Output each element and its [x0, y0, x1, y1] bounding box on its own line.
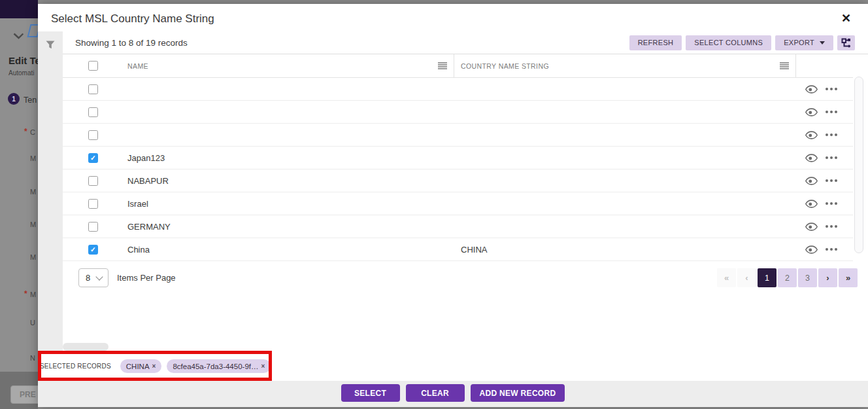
row-actions: [796, 131, 853, 139]
table-row: [63, 101, 853, 124]
page-button-1[interactable]: 1: [758, 268, 776, 287]
select-all-checkbox[interactable]: [88, 61, 98, 71]
select-record-modal: Select MSL Country Name String ✕ Showing…: [38, 4, 868, 407]
first-page-button: «: [717, 268, 736, 287]
last-page-button[interactable]: »: [839, 268, 858, 287]
bg-nav-bar: [0, 0, 38, 18]
country-cell: CHINA: [454, 245, 796, 255]
bg-field-label: *M: [0, 291, 38, 298]
chip-remove-icon[interactable]: ×: [261, 363, 265, 370]
row-actions: [796, 85, 853, 94]
vertical-scrollbar[interactable]: [854, 77, 863, 253]
bg-field-label: M: [0, 253, 38, 261]
view-record-icon[interactable]: [805, 177, 818, 185]
chevron-down-icon: [13, 30, 24, 42]
next-page-button[interactable]: ›: [818, 268, 837, 287]
view-record-icon[interactable]: [805, 154, 818, 162]
view-record-icon[interactable]: [805, 200, 818, 208]
refresh-button[interactable]: REFRESH: [629, 35, 682, 50]
checkbox-cell: [63, 222, 112, 232]
items-per-page-label: Items Per Page: [117, 273, 176, 283]
select-button[interactable]: SELECT: [341, 384, 400, 402]
add-new-record-button[interactable]: ADD NEW RECORD: [471, 384, 565, 402]
name-cell: China: [112, 245, 454, 255]
checkbox-cell: [63, 153, 112, 163]
selected-records-label: SELECTED RECORDS: [40, 363, 111, 370]
bg-page-subtitle: Automati: [8, 69, 34, 77]
table-row: [63, 78, 853, 101]
export-dropdown-icon: [820, 41, 825, 44]
chip-remove-icon[interactable]: ×: [152, 363, 156, 370]
pagination-bar: 8 Items Per Page «‹123›»: [63, 268, 868, 287]
row-menu-icon[interactable]: [826, 248, 828, 251]
items-per-page-select[interactable]: 8: [78, 268, 108, 287]
bg-previous-button[interactable]: PRE: [10, 385, 41, 404]
table-header: NAME COUNTRY NAME STRING: [63, 54, 853, 78]
record-count-text: Showing 1 to 8 of 19 records: [75, 38, 629, 48]
view-record-icon[interactable]: [805, 85, 818, 94]
bg-field-label: M: [0, 154, 38, 162]
hierarchy-icon: [841, 38, 851, 48]
pager: «‹123›»: [717, 268, 858, 287]
selected-record-chip: 8cfea45a-7da3-4450-9f…×: [167, 359, 271, 373]
export-label: EXPORT: [784, 39, 814, 46]
required-asterisk: *: [24, 289, 27, 298]
row-actions: [796, 154, 853, 162]
page-button-3[interactable]: 3: [798, 268, 817, 287]
bg-step-badge: 1: [8, 93, 20, 105]
horizontal-scrollbar[interactable]: [63, 343, 108, 351]
view-record-icon[interactable]: [805, 108, 818, 116]
row-checkbox[interactable]: [88, 153, 98, 163]
view-record-icon[interactable]: [805, 245, 818, 254]
table-row: ChinaCHINA: [63, 238, 853, 261]
required-asterisk: *: [24, 127, 27, 136]
view-record-icon[interactable]: [805, 222, 818, 231]
bg-step-label: Ten: [24, 96, 37, 105]
row-checkbox[interactable]: [88, 84, 98, 94]
row-menu-icon[interactable]: [826, 88, 828, 90]
table-row: NABAPUR: [63, 169, 853, 192]
name-cell: GERMANY: [112, 222, 454, 232]
view-record-icon[interactable]: [805, 131, 818, 139]
checkbox-cell: [63, 84, 112, 94]
screen: Edit Te Automati 1 Ten *CMMMM*MUN PRE Se…: [0, 0, 868, 409]
row-menu-icon[interactable]: [826, 202, 828, 205]
row-menu-icon[interactable]: [826, 156, 828, 159]
row-checkbox[interactable]: [88, 199, 98, 209]
row-checkbox[interactable]: [88, 176, 98, 186]
row-actions: [796, 108, 853, 116]
name-cell: Israel: [112, 199, 454, 209]
row-checkbox[interactable]: [88, 245, 98, 255]
row-checkbox[interactable]: [88, 130, 98, 140]
checkbox-cell: [63, 107, 112, 117]
close-icon[interactable]: ✕: [841, 11, 851, 26]
hierarchy-view-button[interactable]: [837, 35, 855, 50]
select-columns-button[interactable]: SELECT COLUMNS: [686, 35, 771, 50]
table-row: [63, 124, 853, 147]
row-menu-icon[interactable]: [826, 133, 828, 136]
filter-icon[interactable]: [46, 40, 55, 52]
row-menu-icon[interactable]: [826, 225, 828, 228]
column-menu-icon[interactable]: [438, 64, 447, 65]
row-checkbox[interactable]: [88, 107, 98, 117]
checkbox-cell: [63, 245, 112, 255]
bg-field-label: M: [0, 221, 38, 228]
checkbox-cell: [63, 130, 112, 140]
column-menu-icon[interactable]: [780, 64, 789, 65]
row-menu-icon[interactable]: [826, 111, 828, 113]
clear-button[interactable]: CLEAR: [406, 384, 465, 402]
row-checkbox[interactable]: [88, 222, 98, 232]
page-button-2[interactable]: 2: [778, 268, 797, 287]
previous-page-button: ‹: [737, 268, 756, 287]
row-menu-icon[interactable]: [826, 179, 828, 182]
export-button[interactable]: EXPORT: [775, 35, 833, 50]
column-header-name: NAME: [127, 62, 148, 70]
selected-record-chip: CHINA×: [120, 359, 162, 373]
table-row: GERMANY: [63, 215, 853, 238]
items-per-page-value: 8: [86, 273, 90, 283]
table-row: Japan123: [63, 147, 853, 169]
row-actions: [796, 177, 853, 185]
column-header-country: COUNTRY NAME STRING: [461, 62, 549, 70]
bg-page-title: Edit Te: [8, 55, 41, 66]
bg-field-label: U: [0, 319, 38, 327]
